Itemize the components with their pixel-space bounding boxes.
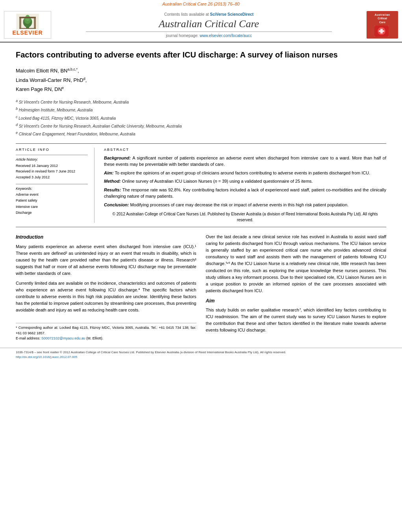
aim-heading: Aim (206, 297, 387, 305)
journal-homepage: journal homepage: www.elsevier.com/locat… (55, 33, 363, 38)
abstract-method: Method: Online survey of Australian ICU … (104, 178, 386, 185)
author-3-name: Karen Page RN, DN (16, 87, 62, 93)
body-divider (16, 227, 386, 227)
svg-rect-6 (34, 18, 36, 29)
affil-e: e Clinical Care Engagement, Heart Clinic… (16, 130, 386, 137)
footer-issn: 1036-7314/$ – see front matter © 2012 Au… (16, 350, 386, 354)
page-footer: 1036-7314/$ – see front matter © 2012 Au… (0, 348, 402, 361)
main-content: Factors contributing to adverse events a… (0, 43, 402, 348)
corresponding-author-note: * Corresponding author at: Locked Bag 41… (16, 325, 196, 336)
abstract-background-text: A significant number of patients experie… (104, 156, 386, 167)
abstract-aim: Aim: To explore the opinions of an exper… (104, 170, 386, 176)
article-history-label: Article history: (16, 158, 88, 161)
accepted-date: Accepted 3 July 2012 (16, 174, 88, 180)
email-line: E-mail address: S00072102@myacu.edu.au (… (16, 336, 196, 341)
article-history-section: Article history: Received 16 January 201… (16, 155, 88, 180)
footnote-section: * Corresponding author at: Locked Bag 41… (16, 323, 196, 341)
author-2-name: Linda Worrall-Carter RN, PhD (16, 77, 83, 83)
email-address[interactable]: S00072102@myacu.edu.au (41, 336, 85, 340)
svg-rect-12 (379, 30, 384, 32)
abstract-copyright: © 2012 Australian College of Critical Ca… (104, 211, 386, 223)
sciverse-line: Contents lists available at SciVerse Sci… (55, 12, 363, 17)
abstract-conclusion-text: Modifying processes of care may decrease… (130, 202, 349, 207)
abstract-background-label: Background: (104, 156, 132, 160)
abstract-results-label: Results: (104, 187, 122, 192)
abstract-conclusion-label: Conclusion: (104, 202, 130, 207)
right-intro-para: Over the last decade a new clinical serv… (206, 234, 387, 294)
abstract-aim-label: Aim: (104, 171, 115, 175)
author-1: Malcolm Elliott RN, BNa,b,c,*, (16, 66, 386, 76)
journal-citation-bar: Australian Critical Care 26 (2013) 76–80 (0, 0, 402, 8)
keywords-section: Keywords: Adverse event Patient safety I… (16, 184, 88, 216)
journal-right-logo: Australian Critical Care (367, 11, 398, 39)
abstract-background: Background: A significant number of pati… (104, 155, 386, 168)
intro-para-2: Currently limited data are available on … (16, 280, 196, 313)
info-abstract-section: ARTICLE INFO Article history: Received 1… (16, 148, 386, 223)
body-left-col: Introduction Many patients experience an… (16, 234, 196, 344)
abstract-method-label: Method: (104, 179, 122, 184)
received-date-1: Received 16 January 2012 (16, 163, 88, 169)
svg-rect-5 (19, 18, 21, 29)
author-3-sups: e (62, 86, 64, 90)
svg-rect-8 (19, 28, 36, 29)
body-section: Introduction Many patients experience an… (16, 234, 386, 344)
svg-rect-7 (19, 17, 36, 19)
affil-a: a St Vincent's Centre for Nursing Resear… (16, 98, 386, 106)
journal-title-divider (86, 32, 332, 32)
affiliations: a St Vincent's Centre for Nursing Resear… (16, 98, 386, 138)
article-info-column: ARTICLE INFO Article history: Received 1… (16, 148, 94, 223)
journal-title: Australian Critical Care (55, 18, 363, 30)
author-2: Linda Worrall-Carter RN, PhDd, (16, 76, 386, 85)
sciverse-link[interactable]: SciVerse ScienceDirect (210, 12, 254, 17)
keyword-1: Adverse event (16, 192, 88, 198)
abstract-column: ABSTRACT Background: A significant numbe… (104, 148, 386, 223)
affil-b: b Holmesglen Institute, Melbourne, Austr… (16, 106, 386, 113)
article-info-heading: ARTICLE INFO (16, 148, 88, 152)
received-date-2: Received in revised form 7 June 2012 (16, 169, 88, 174)
email-label: E-mail address: (16, 336, 41, 340)
aim-para: This study builds on earlier qualitative… (206, 307, 387, 334)
affil-d: d St Vincent's Centre for Nursing Resear… (16, 122, 386, 130)
abstract-results-text: The response rate was 92.8%. Key contrib… (104, 187, 386, 199)
authors-list: Malcolm Elliott RN, BNa,b,c,*, Linda Wor… (16, 66, 386, 94)
email-suffix: (M. Elliott). (86, 336, 103, 340)
logo-section: ELSEVIER Contents lists available at Sci… (0, 8, 402, 43)
abstract-results: Results: The response rate was 92.8%. Ke… (104, 187, 386, 200)
author-1-name: Malcolm Elliott RN, BN (16, 68, 67, 74)
abstract-method-text: Online survey of Australian ICU Liaison … (122, 179, 313, 184)
body-right-col: Over the last decade a new clinical serv… (206, 234, 387, 344)
doi-link[interactable]: http://dx.doi.org/10.1016/j.aucc.2012.07… (16, 355, 77, 359)
journal-url[interactable]: www.elsevier.com/locate/aucc (200, 33, 252, 38)
keyword-3: Intensive care (16, 204, 88, 210)
keywords-label: Keywords: (16, 187, 88, 191)
elsevier-wordmark: ELSEVIER (12, 30, 43, 36)
author-1-sups: a,b,c, (67, 67, 76, 71)
journal-center: Contents lists available at SciVerse Sci… (55, 12, 363, 38)
info-abstract-divider (16, 143, 386, 144)
author-3: Karen Page RN, DNe (16, 85, 386, 94)
abstract-heading: ABSTRACT (104, 148, 386, 152)
journal-citation: Australian Critical Care 26 (2013) 76–80 (162, 2, 239, 6)
intro-para-1: Many patients experience an adverse even… (16, 243, 196, 277)
introduction-heading: Introduction (16, 234, 196, 241)
elsevier-tree-icon (16, 14, 39, 30)
keyword-2: Patient safety (16, 198, 88, 204)
author-1-asterisk: * (76, 67, 78, 71)
author-2-sups: d (83, 77, 85, 81)
keyword-4: Discharge (16, 210, 88, 216)
footer-doi: http://dx.doi.org/10.1016/j.aucc.2012.07… (16, 355, 386, 359)
abstract-conclusion: Conclusion: Modifying processes of care … (104, 202, 386, 208)
abstract-aim-text: To explore the opinions of an expert gro… (115, 171, 371, 175)
article-title: Factors contributing to adverse events a… (16, 50, 386, 60)
affil-c: c Locked Bag 4115, Fitzroy MDC, Victoria… (16, 114, 386, 122)
elsevier-logo: ELSEVIER (4, 11, 51, 39)
abstract-body: Background: A significant number of pati… (104, 155, 386, 223)
